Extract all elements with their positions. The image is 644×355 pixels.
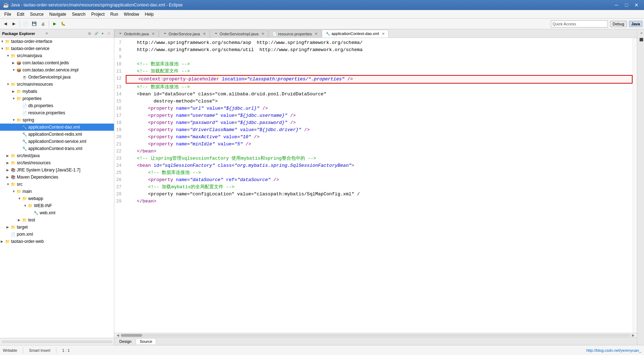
menu-item-run[interactable]: Run	[108, 11, 121, 18]
debug-perspective[interactable]: Debug	[610, 21, 626, 27]
tree-item[interactable]: ▼📁src	[0, 181, 114, 188]
close-button[interactable]: ✕	[632, 1, 641, 9]
line-number: 25	[114, 169, 126, 176]
tree-item[interactable]: ▼📁main	[0, 188, 114, 195]
tree-node-label: com.taotao.order.service.impl	[23, 68, 79, 72]
tree-item[interactable]: ▶📁taotao-order-web	[0, 238, 114, 245]
tree-item[interactable]: ▼📁WEB-INF	[0, 202, 114, 209]
tree-item[interactable]: 📄resource.properties	[0, 109, 114, 116]
tree-item[interactable]: ☕OrderServiceImpl.java	[0, 74, 114, 81]
tab-close-icon[interactable]: ✕	[152, 32, 155, 36]
quick-access-input[interactable]: Quick Access	[551, 20, 608, 28]
editor-tab[interactable]: ☕OrderService.java✕	[159, 30, 210, 38]
tree-item[interactable]: ▶📁test	[0, 216, 114, 224]
pe-maximize[interactable]: □	[106, 31, 112, 36]
tree-item[interactable]: ▶📚Maven Dependencies	[0, 174, 114, 181]
toolbar-save[interactable]: 💾	[30, 20, 38, 28]
code-content[interactable]: 7 http://www.springframework.org/schema/…	[114, 38, 633, 333]
tab-close-icon[interactable]: ✕	[382, 32, 385, 36]
toolbar-debug[interactable]: 🐛	[59, 20, 67, 28]
menu-item-project[interactable]: Project	[88, 11, 107, 18]
package-explorer: Package Explorer ✕ ⊟ 🔗 ▾ □ ▼📁taotao-orde…	[0, 29, 114, 345]
horizontal-scrollbar[interactable]: ◀ ▶	[114, 333, 637, 337]
menu-item-window[interactable]: Window	[121, 11, 142, 18]
editor-tab[interactable]: ☕OrderServiceImpl.java✕	[210, 30, 268, 38]
tree-item[interactable]: 🔧web.xml	[0, 209, 114, 216]
tab-close-icon[interactable]: ✕	[261, 32, 264, 36]
tree-arrow-icon: ▶	[6, 161, 11, 165]
tree-item[interactable]: ▼📁taotao-order-service	[0, 45, 114, 52]
tree-item[interactable]: 🔧applicationContext-redis.xml	[0, 131, 114, 138]
tree-item[interactable]: ▶📦com.taotao.content.jedis	[0, 59, 114, 66]
tree-item[interactable]: 🔧applicationContext-trans.xml	[0, 145, 114, 152]
tree-item[interactable]: ▼📁properties	[0, 95, 114, 102]
tree-node-label: applicationContext-service.xml	[28, 139, 86, 144]
menu-item-edit[interactable]: Edit	[14, 11, 27, 18]
tree-item[interactable]: ▼📁webapp	[0, 195, 114, 202]
tree-node-icon: 📁	[5, 39, 10, 44]
tree-item[interactable]: ▼📁src/main/resources	[0, 81, 114, 88]
code-line: 21 <property name="minIdle" value="5" />	[114, 141, 633, 148]
rs-console[interactable]: ⬛	[638, 36, 644, 43]
editor-tabs: ☕OrderInfo.java✕☕OrderService.java✕☕Orde…	[114, 29, 637, 38]
tree-item[interactable]: 📄db.properties	[0, 102, 114, 109]
line-code: <property name="driverClassName" value="…	[126, 126, 633, 134]
minimize-button[interactable]: ─	[612, 1, 621, 9]
maximize-button[interactable]: □	[622, 1, 631, 9]
tree-item[interactable]: 📄pom.xml	[0, 231, 114, 238]
line-code: destroy-method="close">	[126, 98, 633, 105]
java-perspective[interactable]: Java	[629, 21, 643, 27]
scroll-left[interactable]: ◀	[115, 333, 121, 337]
tree-item[interactable]: 🔧applicationContext-dao.xml	[0, 124, 114, 131]
tree-item[interactable]: ▶📁src/test/java	[0, 152, 114, 159]
code-line: 25 <!-- 数据库连接池 -->	[114, 169, 633, 176]
tree-node-label: test	[28, 218, 35, 222]
status-link[interactable]: http://blog.csdn.net/yerenyuan_	[586, 348, 641, 352]
pe-menu[interactable]: ▾	[100, 31, 105, 36]
tree-node-label: webapp	[28, 196, 43, 201]
tree-arrow-icon: ▼	[6, 82, 11, 86]
tree-item[interactable]: ▶📚JRE System Library [JavaSE-1.7]	[0, 166, 114, 174]
app-icon: ☕	[3, 2, 9, 8]
tree-item[interactable]: ▶📁target	[0, 224, 114, 231]
toolbar-print[interactable]: 🖨	[39, 20, 47, 28]
menu-item-search[interactable]: Search	[69, 11, 88, 18]
pe-title-x: ✕	[45, 32, 87, 35]
tree-item[interactable]: ▼📁taotao-order-interface	[0, 38, 114, 45]
menu-item-help[interactable]: Help	[142, 11, 157, 18]
line-number: 27	[114, 184, 126, 191]
toolbar-back[interactable]: ◀	[1, 20, 9, 28]
bottom-tab[interactable]: Source	[136, 338, 156, 344]
tree-item[interactable]: 🔧applicationContext-service.xml	[0, 138, 114, 145]
tree-item[interactable]: ▼📦com.taotao.order.service.impl	[0, 66, 114, 74]
menu-item-source[interactable]: Source	[27, 11, 46, 18]
status-writable: Writable	[3, 348, 17, 352]
pe-horizontal-scrollbar[interactable]	[1, 340, 113, 343]
tab-close-icon[interactable]: ✕	[203, 32, 206, 36]
menu-item-navigate[interactable]: Navigate	[46, 11, 69, 18]
bottom-tab[interactable]: Design	[116, 339, 135, 344]
toolbar-new[interactable]: 📄	[22, 20, 30, 28]
scroll-track[interactable]	[121, 334, 630, 337]
tree-node-icon: 📁	[11, 82, 16, 87]
toolbar-forward[interactable]: ▶	[10, 20, 18, 28]
editor-tab[interactable]: 🔧applicationContext-dao.xml✕	[322, 30, 389, 38]
tree-node-icon: 📁	[11, 154, 16, 158]
tab-icon: ☕	[118, 32, 123, 36]
tree-item[interactable]: ▶📁mybatis	[0, 88, 114, 95]
editor-tab[interactable]: 📄resource.properties✕	[269, 30, 322, 38]
rs-task-list[interactable]: ≡	[638, 31, 644, 35]
tab-close-icon[interactable]: ✕	[315, 32, 318, 36]
tree-item[interactable]: ▶📁src/test/resources	[0, 159, 114, 166]
editor-tab[interactable]: ☕OrderInfo.java✕	[114, 30, 159, 38]
pe-collapse-all[interactable]: ⊟	[87, 31, 93, 36]
menu-item-file[interactable]: File	[1, 11, 14, 18]
scroll-right[interactable]: ▶	[630, 333, 636, 337]
pe-link[interactable]: 🔗	[93, 31, 99, 36]
tree-node-label: applicationContext-dao.xml	[28, 125, 80, 130]
tree-item[interactable]: ▼📁spring	[0, 116, 114, 124]
tree-node-icon: 🔧	[34, 211, 39, 215]
tree-item[interactable]: ▼📁src/main/java	[0, 52, 114, 59]
tree-node-icon: 🔧	[22, 146, 27, 151]
toolbar-run[interactable]: ▶	[51, 20, 59, 28]
